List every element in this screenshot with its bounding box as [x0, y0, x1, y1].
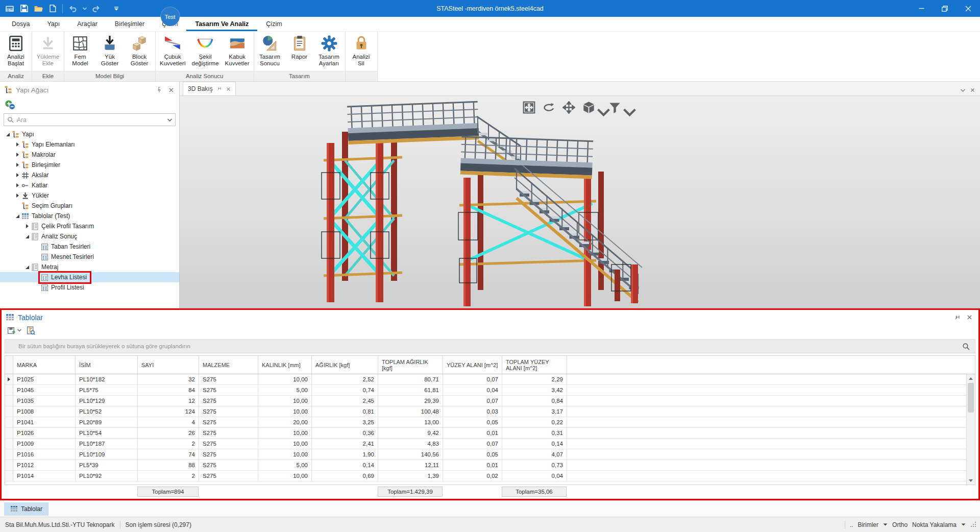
kabuk-kuvvetler-button[interactable]: KabukKuvvetler — [222, 34, 253, 68]
save-icon[interactable] — [19, 4, 29, 13]
table-row-P1014[interactable]: P1014PL10*922S27510,000,691,390,020,04 — [5, 471, 975, 481]
group-by-bar[interactable]: Bir sütun başlığını buraya sürükleyerek … — [5, 339, 975, 353]
tree-item-akslar[interactable]: Akslar — [0, 170, 179, 180]
expander-expanded-icon[interactable] — [4, 133, 12, 136]
analizi-başlat-button[interactable]: AnaliziBaşlat — [1, 34, 31, 68]
search-icon[interactable] — [962, 343, 970, 350]
sigma-search-button[interactable] — [25, 325, 37, 336]
chevron-down-icon[interactable] — [17, 329, 21, 332]
tree-item-yükler[interactable]: Yükler — [0, 190, 179, 201]
column-header-7[interactable]: YÜZEY ALANI [m^2] — [443, 356, 502, 374]
dock-tab-tablolar[interactable]: Tablolar — [4, 502, 48, 516]
pan-tool[interactable] — [562, 101, 575, 114]
pin-icon[interactable] — [953, 313, 962, 322]
table-row-P1008[interactable]: P1008PL10*52124S27510,000,81100,480,033,… — [5, 406, 975, 417]
column-header-4[interactable]: KALINLIK [mm] — [258, 356, 312, 374]
tree-item-taban-tesirleri[interactable]: Taban Tesirleri — [0, 241, 179, 252]
view-cube-tool[interactable] — [582, 101, 601, 114]
tree-item-yapı-elemanları[interactable]: Yapı Elemanları — [0, 139, 179, 150]
resize-grip-icon[interactable] — [970, 521, 977, 528]
tree-item-metraj[interactable]: Metraj — [0, 262, 179, 272]
ribbon-tab-ara-lar-2[interactable]: Araçlar — [68, 17, 106, 31]
ribbon-tab-tasar-m-ve-analiz-5[interactable]: Tasarım Ve Analiz — [186, 17, 257, 31]
expand-collapse-icon[interactable] — [4, 100, 17, 111]
new-file-icon[interactable] — [48, 4, 57, 13]
chevron-down-icon[interactable] — [623, 106, 627, 109]
app-icon[interactable] — [5, 4, 14, 13]
table-row-P1012[interactable]: P1012PL5*3988S2755,000,1412,110,010,73 — [5, 460, 975, 471]
scroll-down-icon[interactable] — [967, 476, 975, 485]
çubuk-kuvvetleri-button[interactable]: ÇubukKuvvetleri — [157, 34, 189, 68]
chevron-down-icon[interactable] — [961, 89, 965, 92]
tree-item-seçim-grupları[interactable]: Seçim Grupları — [0, 201, 179, 211]
ortho-toggle[interactable]: Ortho — [892, 521, 908, 528]
pin-icon[interactable] — [155, 86, 163, 94]
tree-item-makrolar[interactable]: Makrolar — [0, 150, 179, 160]
dropdown-icon[interactable] — [82, 7, 87, 10]
tree-item-katlar[interactable]: Katlar — [0, 180, 179, 190]
ribbon-tab-dosya-0[interactable]: Dosya — [3, 17, 38, 31]
column-header-8[interactable]: TOPLAM YÜZEY ALANI [m^2] — [502, 356, 567, 374]
chevron-down-icon[interactable] — [961, 523, 966, 526]
units-toggle[interactable]: Birimler — [857, 521, 878, 528]
expander-collapsed-icon[interactable] — [14, 194, 21, 198]
chevron-down-icon[interactable] — [597, 106, 601, 109]
fem-model-button[interactable]: FemModel — [65, 34, 95, 68]
ribbon-tab-yap--1[interactable]: Yapı — [38, 17, 68, 31]
table-row-P1035[interactable]: P1035PL10*12912S27510,002,4529,390,070,8… — [5, 396, 975, 406]
ribbon-tab--izim-6[interactable]: Çizim — [257, 17, 290, 31]
table-row-P1041[interactable]: P1041PL20*894S27520,003,2513,000,050,22 — [5, 417, 975, 428]
pin-icon[interactable] — [217, 86, 222, 91]
column-header-0[interactable]: MARKA — [13, 356, 76, 374]
ribbon-tab-birle-imler-3[interactable]: Birleşimler — [106, 17, 153, 31]
redo-icon[interactable] — [92, 4, 101, 13]
expander-collapsed-icon[interactable] — [14, 183, 21, 187]
undo-icon[interactable] — [68, 4, 77, 13]
snap-toggle[interactable]: Nokta Yakalama — [912, 521, 957, 528]
filter-tool[interactable] — [608, 101, 627, 114]
open-folder-icon[interactable] — [34, 4, 43, 13]
table-row-P1016[interactable]: P1016PL10*10974S27510,001,90140,560,054,… — [5, 449, 975, 460]
expander-collapsed-icon[interactable] — [14, 163, 21, 167]
column-header-1[interactable]: İSİM — [76, 356, 138, 374]
close-panel-icon[interactable] — [965, 313, 973, 322]
şekil-değiştirme-button[interactable]: Şekildeğiştirme — [189, 34, 222, 68]
tasarım-ayarları-button[interactable]: TasarımAyarları — [314, 34, 344, 68]
expander-collapsed-icon[interactable] — [14, 153, 21, 157]
scroll-thumb[interactable] — [968, 383, 974, 413]
minimize-button[interactable] — [910, 0, 933, 17]
expander-collapsed-icon[interactable] — [14, 142, 21, 147]
expander-expanded-icon[interactable] — [14, 214, 21, 218]
restore-button[interactable] — [933, 0, 957, 17]
orbit-tool[interactable] — [543, 101, 555, 114]
expander-expanded-icon[interactable] — [23, 235, 31, 238]
tree-item-profil-listesi[interactable]: Profil Listesi — [0, 282, 179, 293]
rapor-button[interactable]: Rapor — [285, 34, 314, 68]
chevron-down-icon[interactable] — [167, 118, 172, 122]
yükleme-ekle-button[interactable]: YüklemeEkle — [33, 34, 63, 68]
qat-menu-icon[interactable] — [112, 4, 121, 13]
export-button[interactable] — [6, 325, 23, 336]
tree-item-tablolar-test-[interactable]: Tablolar (Test) — [0, 211, 179, 221]
tasarım-sonucu-button[interactable]: TasarımSonucu — [255, 34, 285, 68]
tree-item-mesnet-tesirleri[interactable]: Mesnet Tesirleri — [0, 252, 179, 262]
search-input[interactable] — [17, 116, 164, 124]
zoom-extents-tool[interactable] — [523, 101, 535, 114]
close-panel-icon[interactable] — [167, 86, 175, 94]
table-row-P1025[interactable]: P1025PL10*18232S27510,002,5280,710,072,2… — [5, 374, 975, 385]
expander-collapsed-icon[interactable] — [14, 173, 21, 177]
expander-collapsed-icon[interactable] — [23, 224, 31, 228]
table-row-P1045[interactable]: P1045PL5*7584S2755,000,7461,810,043,42 — [5, 385, 975, 396]
tree-item-levha-listesi[interactable]: Levha Listesi — [0, 272, 179, 282]
tree-item-analiz-sonuç[interactable]: Analiz Sonuç — [0, 231, 179, 241]
block-göster-button[interactable]: BlockGöster — [125, 34, 154, 68]
chevron-down-icon[interactable] — [883, 523, 888, 526]
tree-item-yapı[interactable]: Yapı — [0, 129, 179, 139]
column-header-5[interactable]: AĞIRLIK [kgf] — [312, 356, 378, 374]
close-icon[interactable] — [970, 88, 975, 92]
3d-canvas[interactable] — [180, 96, 980, 308]
table-row-P1009[interactable]: P1009PL10*1872S27510,002,414,830,070,14 — [5, 439, 975, 449]
analizi-sil-button[interactable]: AnaliziSil — [347, 34, 376, 68]
scroll-up-icon[interactable] — [967, 374, 975, 382]
tree-item-çelik-profil-tasarım[interactable]: Çelik Profil Tasarım — [0, 221, 179, 231]
